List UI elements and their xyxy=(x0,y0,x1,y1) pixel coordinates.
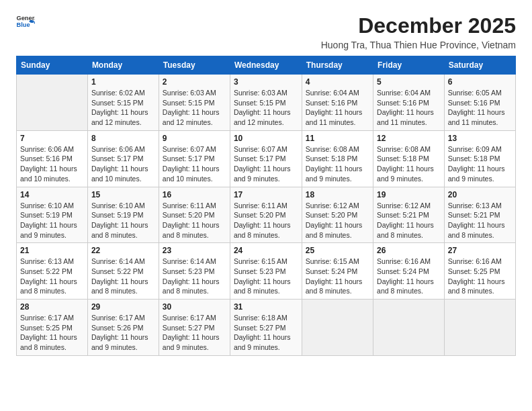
col-header-thursday: Thursday xyxy=(302,56,373,75)
day-number: 27 xyxy=(448,246,512,255)
col-header-tuesday: Tuesday xyxy=(159,56,230,75)
day-info: Sunrise: 6:03 AMSunset: 5:15 PMDaylight:… xyxy=(234,88,298,128)
calendar-cell: 5Sunrise: 6:04 AMSunset: 5:16 PMDaylight… xyxy=(373,75,445,131)
day-number: 7 xyxy=(20,134,84,143)
calendar-week-row: 21Sunrise: 6:13 AMSunset: 5:22 PMDayligh… xyxy=(17,243,516,300)
col-header-wednesday: Wednesday xyxy=(230,56,302,75)
day-info: Sunrise: 6:06 AMSunset: 5:17 PMDaylight:… xyxy=(91,144,155,184)
day-number: 30 xyxy=(163,302,226,312)
day-info: Sunrise: 6:11 AMSunset: 5:20 PMDaylight:… xyxy=(163,201,226,240)
calendar-cell: 27Sunrise: 6:16 AMSunset: 5:25 PMDayligh… xyxy=(444,243,515,300)
calendar-cell: 28Sunrise: 6:17 AMSunset: 5:25 PMDayligh… xyxy=(17,300,88,356)
day-number: 6 xyxy=(448,77,512,87)
day-number: 22 xyxy=(91,246,155,255)
day-info: Sunrise: 6:10 AMSunset: 5:19 PMDaylight:… xyxy=(91,201,155,240)
calendar-cell: 11Sunrise: 6:08 AMSunset: 5:18 PMDayligh… xyxy=(302,130,373,187)
day-number: 29 xyxy=(91,302,155,312)
calendar-cell: 17Sunrise: 6:11 AMSunset: 5:20 PMDayligh… xyxy=(230,187,302,243)
day-info: Sunrise: 6:07 AMSunset: 5:17 PMDaylight:… xyxy=(163,144,226,184)
day-number: 4 xyxy=(306,77,369,87)
calendar-cell: 12Sunrise: 6:08 AMSunset: 5:18 PMDayligh… xyxy=(373,130,445,187)
day-info: Sunrise: 6:14 AMSunset: 5:23 PMDaylight:… xyxy=(163,257,226,296)
location-subtitle: Huong Tra, Thua Thien Hue Province, Viet… xyxy=(321,40,516,50)
calendar-cell: 23Sunrise: 6:14 AMSunset: 5:23 PMDayligh… xyxy=(159,243,230,300)
page-header: General Blue December 2025 Huong Tra, Th… xyxy=(16,13,516,50)
day-number: 26 xyxy=(377,246,441,255)
day-info: Sunrise: 6:08 AMSunset: 5:18 PMDaylight:… xyxy=(306,144,369,184)
day-number: 28 xyxy=(20,302,84,312)
calendar-cell: 22Sunrise: 6:14 AMSunset: 5:22 PMDayligh… xyxy=(87,243,159,300)
col-header-monday: Monday xyxy=(87,56,159,75)
day-number: 9 xyxy=(163,134,226,143)
day-info: Sunrise: 6:02 AMSunset: 5:15 PMDaylight:… xyxy=(91,88,155,128)
day-number: 12 xyxy=(377,134,441,143)
day-info: Sunrise: 6:09 AMSunset: 5:18 PMDaylight:… xyxy=(448,144,512,184)
day-number: 17 xyxy=(234,190,298,199)
day-info: Sunrise: 6:12 AMSunset: 5:21 PMDaylight:… xyxy=(377,201,441,240)
calendar-cell: 24Sunrise: 6:15 AMSunset: 5:23 PMDayligh… xyxy=(230,243,302,300)
day-info: Sunrise: 6:17 AMSunset: 5:25 PMDaylight:… xyxy=(20,313,84,353)
day-info: Sunrise: 6:04 AMSunset: 5:16 PMDaylight:… xyxy=(377,88,441,128)
col-header-saturday: Saturday xyxy=(444,56,515,75)
day-number: 10 xyxy=(234,134,298,143)
calendar-cell: 14Sunrise: 6:10 AMSunset: 5:19 PMDayligh… xyxy=(17,187,88,243)
day-info: Sunrise: 6:14 AMSunset: 5:22 PMDaylight:… xyxy=(91,257,155,296)
day-number: 18 xyxy=(306,190,369,199)
logo-icon: General Blue xyxy=(16,13,35,28)
day-info: Sunrise: 6:05 AMSunset: 5:16 PMDaylight:… xyxy=(448,88,512,128)
calendar-cell: 7Sunrise: 6:06 AMSunset: 5:16 PMDaylight… xyxy=(17,130,88,187)
day-info: Sunrise: 6:07 AMSunset: 5:17 PMDaylight:… xyxy=(234,144,298,184)
col-header-friday: Friday xyxy=(373,56,445,75)
calendar-week-row: 1Sunrise: 6:02 AMSunset: 5:15 PMDaylight… xyxy=(17,75,516,131)
day-number: 15 xyxy=(91,190,155,199)
day-info: Sunrise: 6:16 AMSunset: 5:24 PMDaylight:… xyxy=(377,257,441,296)
day-number: 23 xyxy=(163,246,226,255)
calendar-cell: 2Sunrise: 6:03 AMSunset: 5:15 PMDaylight… xyxy=(159,75,230,131)
calendar-header-row: SundayMondayTuesdayWednesdayThursdayFrid… xyxy=(17,56,516,75)
day-info: Sunrise: 6:17 AMSunset: 5:27 PMDaylight:… xyxy=(163,313,226,353)
calendar-cell xyxy=(302,300,373,356)
day-info: Sunrise: 6:17 AMSunset: 5:26 PMDaylight:… xyxy=(91,313,155,353)
calendar-cell: 21Sunrise: 6:13 AMSunset: 5:22 PMDayligh… xyxy=(17,243,88,300)
logo: General Blue xyxy=(16,13,35,28)
calendar-cell: 9Sunrise: 6:07 AMSunset: 5:17 PMDaylight… xyxy=(159,130,230,187)
calendar-cell: 20Sunrise: 6:13 AMSunset: 5:21 PMDayligh… xyxy=(444,187,515,243)
day-info: Sunrise: 6:10 AMSunset: 5:19 PMDaylight:… xyxy=(20,201,84,240)
day-number: 8 xyxy=(91,134,155,143)
calendar-cell: 31Sunrise: 6:18 AMSunset: 5:27 PMDayligh… xyxy=(230,300,302,356)
calendar-cell: 6Sunrise: 6:05 AMSunset: 5:16 PMDaylight… xyxy=(444,75,515,131)
title-block: December 2025 Huong Tra, Thua Thien Hue … xyxy=(321,13,516,50)
day-number: 1 xyxy=(91,77,155,87)
calendar-table: SundayMondayTuesdayWednesdayThursdayFrid… xyxy=(16,56,516,356)
day-number: 25 xyxy=(306,246,369,255)
day-info: Sunrise: 6:15 AMSunset: 5:24 PMDaylight:… xyxy=(306,257,369,296)
calendar-cell: 4Sunrise: 6:04 AMSunset: 5:16 PMDaylight… xyxy=(302,75,373,131)
calendar-cell: 16Sunrise: 6:11 AMSunset: 5:20 PMDayligh… xyxy=(159,187,230,243)
calendar-week-row: 7Sunrise: 6:06 AMSunset: 5:16 PMDaylight… xyxy=(17,130,516,187)
day-info: Sunrise: 6:11 AMSunset: 5:20 PMDaylight:… xyxy=(234,201,298,240)
calendar-cell xyxy=(17,75,88,131)
day-number: 2 xyxy=(163,77,226,87)
day-info: Sunrise: 6:13 AMSunset: 5:21 PMDaylight:… xyxy=(448,201,512,240)
calendar-cell: 10Sunrise: 6:07 AMSunset: 5:17 PMDayligh… xyxy=(230,130,302,187)
day-info: Sunrise: 6:13 AMSunset: 5:22 PMDaylight:… xyxy=(20,257,84,296)
calendar-cell: 1Sunrise: 6:02 AMSunset: 5:15 PMDaylight… xyxy=(87,75,159,131)
calendar-week-row: 14Sunrise: 6:10 AMSunset: 5:19 PMDayligh… xyxy=(17,187,516,243)
calendar-cell: 25Sunrise: 6:15 AMSunset: 5:24 PMDayligh… xyxy=(302,243,373,300)
calendar-cell xyxy=(444,300,515,356)
day-info: Sunrise: 6:08 AMSunset: 5:18 PMDaylight:… xyxy=(377,144,441,184)
day-number: 20 xyxy=(448,190,512,199)
day-info: Sunrise: 6:03 AMSunset: 5:15 PMDaylight:… xyxy=(163,88,226,128)
day-number: 16 xyxy=(163,190,226,199)
calendar-cell: 13Sunrise: 6:09 AMSunset: 5:18 PMDayligh… xyxy=(444,130,515,187)
calendar-cell: 26Sunrise: 6:16 AMSunset: 5:24 PMDayligh… xyxy=(373,243,445,300)
day-number: 5 xyxy=(377,77,441,87)
calendar-cell xyxy=(373,300,445,356)
day-info: Sunrise: 6:04 AMSunset: 5:16 PMDaylight:… xyxy=(306,88,369,128)
col-header-sunday: Sunday xyxy=(17,56,88,75)
calendar-cell: 18Sunrise: 6:12 AMSunset: 5:20 PMDayligh… xyxy=(302,187,373,243)
day-info: Sunrise: 6:16 AMSunset: 5:25 PMDaylight:… xyxy=(448,257,512,296)
svg-text:Blue: Blue xyxy=(16,21,30,28)
day-info: Sunrise: 6:15 AMSunset: 5:23 PMDaylight:… xyxy=(234,257,298,296)
day-number: 21 xyxy=(20,246,84,255)
